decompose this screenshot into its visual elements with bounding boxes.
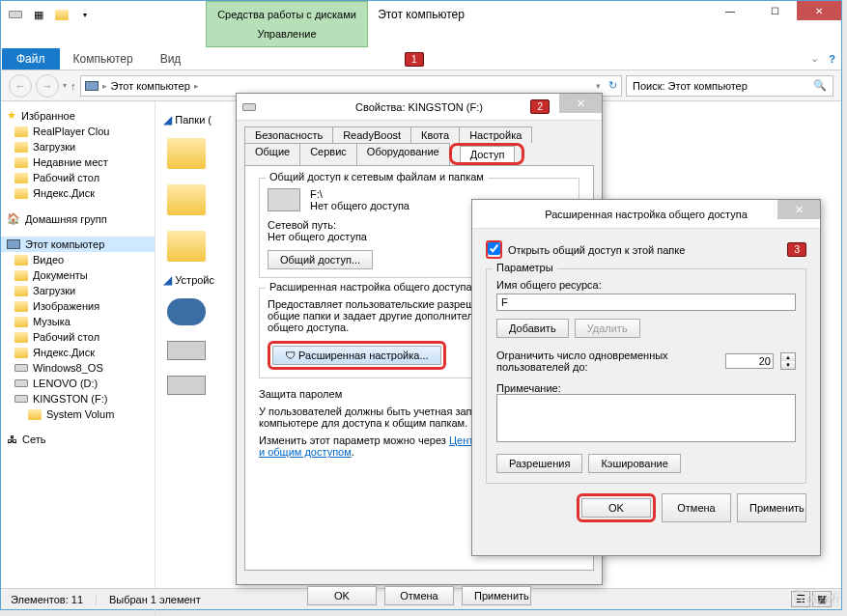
tab-sharing[interactable]: Доступ	[460, 146, 516, 162]
breadcrumb-text: Этот компьютер	[111, 80, 190, 92]
tab-quota[interactable]: Квота	[410, 126, 460, 143]
advanced-title: Расширенная настройка общего доступа	[545, 209, 748, 220]
qat-dropdown-icon[interactable]: ▾	[74, 4, 96, 25]
tree-pc-item[interactable]: Рабочий стол	[1, 329, 155, 345]
limit-users-label: Ограничить число одновременных пользоват…	[496, 350, 718, 373]
minimize-button[interactable]: —	[708, 1, 752, 20]
drive-path-label: F:\	[310, 188, 409, 200]
parameters-label: Параметры	[493, 262, 557, 273]
permissions-button[interactable]: Разрешения	[496, 454, 582, 473]
refresh-icon[interactable]: ↻	[608, 79, 617, 92]
status-selected: Выбран 1 элемент	[109, 594, 201, 605]
tree-pc-item[interactable]: Документы	[1, 267, 155, 283]
advanced-apply-button[interactable]: Применить	[737, 493, 806, 522]
tree-fav-item[interactable]: Яндекс.Диск	[1, 185, 155, 201]
contextual-tab-sub: Управление	[257, 28, 316, 40]
advanced-cancel-button[interactable]: Отмена	[662, 493, 731, 522]
limit-users-input[interactable]	[725, 353, 774, 369]
share-checkbox-row: Открыть общий доступ к этой папке 3	[486, 240, 806, 259]
tree-favorites[interactable]: ★Избранное	[1, 107, 155, 124]
add-button[interactable]: Добавить	[496, 319, 569, 338]
title-bar: ▦ ▾ Этот компьютер — ☐ ✕	[1, 1, 841, 28]
parameters-group: Параметры Имя общего ресурса: Добавить У…	[486, 268, 806, 484]
quick-access-toolbar: ▦ ▾	[1, 4, 96, 25]
status-count: Элементов: 11	[11, 594, 83, 605]
help-icon[interactable]: ?	[829, 53, 835, 65]
tab-hardware[interactable]: Оборудование	[356, 143, 450, 165]
tab-readyboost[interactable]: ReadyBoost	[332, 126, 411, 143]
ribbon-bar: Файл Компьютер Вид 1 ⌄ ?	[1, 47, 841, 70]
tree-fav-item[interactable]: RealPlayer Clou	[1, 124, 155, 139]
tree-fav-item[interactable]: Загрузки	[1, 139, 155, 154]
tree-pc-item[interactable]: Музыка	[1, 314, 155, 329]
navigation-pane: ★Избранное RealPlayer Clou Загрузки Неда…	[1, 101, 155, 616]
share-folder-checkbox[interactable]	[488, 242, 500, 255]
tree-pc-item[interactable]: Видео	[1, 252, 155, 267]
ribbon-tab-view[interactable]: Вид	[147, 48, 195, 70]
note-textarea[interactable]	[496, 394, 796, 442]
pc-icon	[85, 81, 99, 91]
tree-homegroup[interactable]: 🏠Домашняя групп	[1, 210, 155, 227]
tab-sharing-highlight: Доступ	[449, 143, 525, 165]
share-button[interactable]: Общий доступ...	[268, 250, 373, 269]
tree-pc-item[interactable]: Загрузки	[1, 283, 155, 298]
tree-fav-item[interactable]: Недавние мест	[1, 154, 155, 170]
tree-pc-item[interactable]: Изображения	[1, 298, 155, 314]
tree-pc-item[interactable]: LENOVO (D:)	[1, 376, 155, 391]
properties-title: Свойства: KINGSTON (F:)	[355, 101, 483, 113]
advanced-ok-button[interactable]: OK	[581, 498, 651, 518]
tab-tools[interactable]: Сервис	[299, 143, 357, 165]
view-details-icon[interactable]: ☰	[791, 591, 810, 607]
ribbon-expand-icon[interactable]: ⌄	[810, 52, 819, 65]
tree-pc-item[interactable]: Windows8_OS	[1, 360, 155, 376]
view-large-icon[interactable]: ▦	[812, 591, 832, 607]
properties-dialog-buttons: OK Отмена Применить	[237, 578, 602, 613]
up-button[interactable]: ↑	[71, 80, 76, 92]
tree-fav-item[interactable]: Рабочий стол	[1, 170, 155, 185]
close-button[interactable]: ✕	[797, 1, 841, 20]
properties-title-bar: Свойства: KINGSTON (F:) 2 ✕	[237, 94, 602, 121]
share-name-input[interactable]	[496, 294, 796, 311]
tree-pc-subitem[interactable]: System Volum	[1, 406, 155, 422]
maximize-button[interactable]: ☐	[752, 1, 797, 20]
window-title: Этот компьютер	[378, 8, 465, 21]
forward-button[interactable]: →	[36, 74, 59, 98]
properties-cancel-button[interactable]: Отмена	[384, 586, 454, 605]
group-label: Расширенная настройка общего доступа	[266, 281, 476, 293]
advanced-button-highlight: 🛡 Расширенная настройка...	[268, 341, 446, 370]
badge-2: 2	[530, 99, 550, 114]
back-button[interactable]: ←	[9, 74, 32, 98]
badge-3: 3	[787, 242, 806, 257]
file-tab[interactable]: Файл	[2, 48, 60, 70]
share-name-label: Имя общего ресурса:	[496, 279, 796, 291]
group-label: Общий доступ к сетевым файлам и папкам	[266, 171, 488, 182]
history-dropdown-icon[interactable]: ▾	[63, 81, 67, 90]
share-folder-label: Открыть общий доступ к этой папке	[508, 244, 685, 256]
tree-pc-item[interactable]: Яндекс.Диск	[1, 345, 155, 360]
tab-security[interactable]: Безопасность	[244, 126, 333, 143]
properties-tabs-row2: Общие Сервис Оборудование Доступ	[237, 143, 602, 165]
properties-ok-button[interactable]: OK	[307, 586, 377, 605]
advanced-sharing-button[interactable]: 🛡 Расширенная настройка...	[272, 346, 441, 365]
search-icon: 🔍	[813, 79, 827, 92]
tree-this-pc[interactable]: Этот компьютер	[1, 237, 155, 252]
advanced-sharing-dialog: Расширенная настройка общего доступа ✕ О…	[471, 199, 821, 556]
properties-apply-button[interactable]: Применить	[462, 586, 531, 605]
note-label: Примечание:	[496, 382, 796, 394]
folder-qat-icon[interactable]	[51, 4, 72, 25]
tab-customize[interactable]: Настройка	[459, 126, 532, 143]
tab-general[interactable]: Общие	[244, 143, 300, 165]
contextual-tab-disk-tools[interactable]: Средства работы с дисками Управление	[206, 1, 368, 47]
ribbon-tab-computer[interactable]: Компьютер	[60, 48, 147, 70]
drive-icon	[242, 103, 256, 111]
remove-button[interactable]: Удалить	[575, 319, 640, 338]
props-qat-icon[interactable]: ▦	[28, 4, 49, 25]
caching-button[interactable]: Кэширование	[588, 454, 680, 473]
tree-network[interactable]: 🖧Сеть	[1, 432, 155, 447]
properties-close-button[interactable]: ✕	[559, 94, 602, 113]
limit-spinner[interactable]: ▲▼	[780, 352, 796, 370]
drive-icon	[5, 4, 26, 25]
tree-pc-item[interactable]: KINGSTON (F:)	[1, 391, 155, 406]
search-input[interactable]: Поиск: Этот компьютер 🔍	[626, 75, 833, 97]
advanced-close-button[interactable]: ✕	[777, 200, 820, 219]
